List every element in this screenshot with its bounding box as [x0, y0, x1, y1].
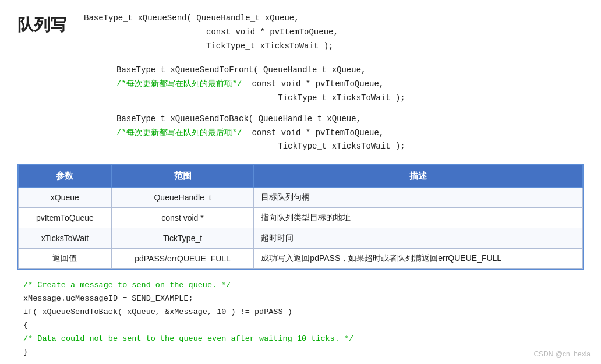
code-line: if( xQueueSendToBack( xQueue, &xMessage,…: [23, 306, 584, 319]
parameters-table: 参数 范围 描述 xQueue QueueHandle_t 目标队列句柄 pvI…: [17, 164, 584, 270]
code-section-1: BaseType_t xQueueSend( QueueHandle_t xQu…: [84, 12, 338, 53]
code-line: const void * pvItemToQueue,: [84, 26, 338, 40]
bottom-code-block: /* Create a message to send on the queue…: [23, 279, 584, 359]
table-row: xTicksToWait TickType_t 超时时间: [19, 228, 583, 249]
table-cell-range: const void *: [111, 208, 254, 228]
code-line: TickType_t xTicksToWait );: [116, 91, 584, 105]
table-header-desc: 描述: [254, 165, 583, 188]
code-section-3: BaseType_t xQueueSendToBack( QueueHandle…: [116, 112, 584, 154]
table-cell-param: xTicksToWait: [19, 228, 112, 249]
table-row: 返回值 pdPASS/errQUEUE_FULL 成功写入返回pdPASS，如果…: [19, 249, 583, 269]
table-cell-range: QueueHandle_t: [111, 188, 254, 208]
table-cell-param: 返回值: [19, 249, 112, 269]
code-line: xMessage.ucMessageID = SEND_EXAMPLE;: [23, 292, 584, 306]
code-line: /* Create a message to send on the queue…: [23, 279, 584, 292]
code-line: /* Data could not be sent to the queue e…: [23, 333, 584, 346]
table-row: xQueue QueueHandle_t 目标队列句柄: [19, 188, 583, 208]
table-row: pvItemToQueue const void * 指向队列类型目标的地址: [19, 208, 583, 228]
code-comment: /* Data could not be sent to the queue e…: [23, 334, 353, 343]
table-cell-range: TickType_t: [111, 228, 254, 249]
code-line: BaseType_t xQueueSendToFront( QueueHandl…: [116, 63, 584, 77]
code-line: /*每次更新都写在队列的最前项*/ const void * pvItemToQ…: [116, 77, 584, 91]
code-line: BaseType_t xQueueSend( QueueHandle_t xQu…: [84, 12, 338, 26]
table-cell-range: pdPASS/errQUEUE_FULL: [111, 249, 254, 269]
code-comment: /*每次更新都写在队列的最前项*/: [116, 79, 242, 89]
table-header-param: 参数: [19, 165, 112, 188]
page: 队列写 BaseType_t xQueueSend( QueueHandle_t…: [0, 0, 601, 364]
code-line: TickType_t xTicksToWait );: [116, 140, 584, 154]
code-line: /*每次更新都写在队列的最后项*/ const void * pvItemToQ…: [116, 126, 584, 140]
table-cell-param: xQueue: [19, 188, 112, 208]
code-line: BaseType_t xQueueSendToBack( QueueHandle…: [116, 112, 584, 126]
code-line: {: [23, 319, 584, 333]
code-line: }: [23, 346, 584, 359]
table-cell-desc: 成功写入返回pdPASS，如果超时或者队列满返回errQUEUE_FULL: [254, 249, 583, 269]
code-comment: /*每次更新都写在队列的最后项*/: [116, 128, 242, 137]
table-cell-param: pvItemToQueue: [19, 208, 112, 228]
title-section: 队列写 BaseType_t xQueueSend( QueueHandle_t…: [17, 12, 584, 53]
table-cell-desc: 超时时间: [254, 228, 583, 249]
code-comment: /* Create a message to send on the queue…: [23, 281, 231, 289]
table-cell-desc: 指向队列类型目标的地址: [254, 208, 583, 228]
watermark: CSDN @cn_hexia: [533, 350, 591, 358]
table-cell-desc: 目标队列句柄: [254, 188, 583, 208]
code-section-2: BaseType_t xQueueSendToFront( QueueHandl…: [116, 63, 584, 105]
table-header-range: 范围: [111, 165, 254, 188]
page-title: 队列写: [17, 12, 66, 36]
code-line: TickType_t xTicksToWait );: [84, 40, 338, 54]
